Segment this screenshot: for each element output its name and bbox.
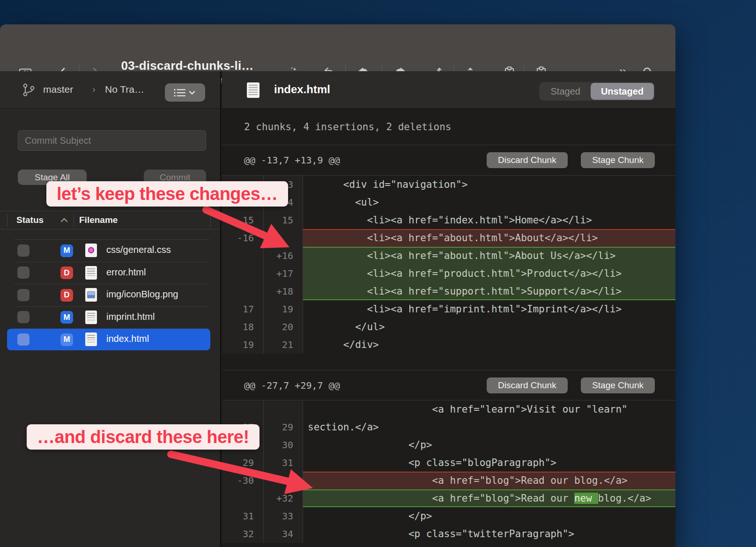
old-line-number: 32	[222, 525, 264, 543]
old-line-number: 18	[222, 318, 264, 336]
chunk-lines: <a href="learn">Visit our "learn" 27 29 …	[222, 400, 675, 543]
new-line-number: +17	[264, 265, 303, 282]
new-line-number: +32	[264, 489, 303, 507]
diff-line-code: </ul>	[303, 318, 675, 336]
file-type-icon	[85, 333, 97, 346]
file-row[interactable]: M css/general.css	[0, 239, 220, 262]
branch-bar[interactable]: master › No Tra…	[0, 71, 220, 109]
file-name: imprint.html	[106, 311, 155, 322]
diff-file-header: index.html Staged Unstaged	[222, 71, 675, 109]
file-type-icon	[85, 288, 97, 302]
diff-line-code: <li><a href="about.html">About Us</a></l…	[303, 247, 675, 265]
diff-line: 31 33 </p>	[222, 507, 675, 525]
chunk-range: @@ -13,7 +13,9 @@	[222, 155, 487, 166]
new-line-number: 33	[264, 507, 303, 525]
file-type-icon	[85, 244, 97, 257]
old-line-number	[222, 265, 264, 282]
old-line-number: -16	[222, 229, 264, 247]
diff-line-code: <ul>	[303, 193, 675, 211]
diff-summary: 2 chunks, 4 insertions, 2 deletions	[222, 109, 675, 145]
status-badge: D	[60, 289, 73, 302]
old-line-number	[222, 247, 264, 265]
old-line-number	[222, 489, 264, 507]
status-badge: M	[60, 333, 73, 346]
diff-line: +32 <a href="blog">Read our new blog.</a…	[222, 489, 675, 507]
view-options-button[interactable]	[165, 83, 205, 102]
new-line-number	[264, 400, 303, 418]
diff-line-code: </p>	[303, 436, 675, 454]
diff-line: 19 21 </div>	[222, 336, 675, 354]
new-line-number: 19	[264, 300, 303, 318]
diff-line: 17 19 <li><a href="imprint.html">Imprint…	[222, 300, 675, 318]
new-line-number: +18	[264, 282, 303, 300]
file-checkbox[interactable]	[17, 333, 30, 346]
discard-chunk-button[interactable]: Discard Chunk	[487, 152, 568, 168]
diff-line-code: </div>	[303, 336, 675, 354]
diff-line-code: <li><a href="product.html">Product</a></…	[303, 265, 675, 282]
breadcrumb-chevron-icon: ›	[92, 84, 96, 95]
stage-chunk-button[interactable]: Stage Chunk	[581, 377, 655, 393]
file-checkbox[interactable]	[17, 289, 30, 301]
new-line-number: 31	[264, 454, 303, 472]
discard-annotation: …and discard these here!	[27, 424, 259, 450]
file-row[interactable]: D img/iconBlog.png	[0, 284, 220, 306]
diff-line: 27 29 section.</a>	[222, 418, 675, 436]
desktop-background: 03-discard-chunks-li… Working Copy (mast…	[0, 0, 756, 547]
file-name: index.html	[106, 333, 149, 344]
file-checkbox[interactable]	[17, 311, 30, 323]
list-view-icon	[173, 88, 197, 98]
chunk-list: @@ -13,7 +13,9 @@ Discard Chunk Stage Ch…	[222, 145, 675, 543]
file-checkbox[interactable]	[17, 266, 30, 279]
sort-ascending-icon[interactable]	[60, 217, 68, 225]
status-badge: M	[60, 244, 73, 257]
unstaged-tab[interactable]: Unstaged	[591, 83, 654, 100]
new-line-number	[264, 472, 303, 489]
stage-chunk-button[interactable]: Stage Chunk	[581, 152, 655, 168]
diff-line: 28 30 </p>	[222, 436, 675, 454]
diff-line: -16 <li><a href="about.html">About</a></…	[222, 229, 675, 247]
diff-line: 13 13 <div id="navigation">	[222, 176, 675, 193]
old-line-number: 15	[222, 211, 264, 229]
chunk-header: @@ -13,7 +13,9 @@ Discard Chunk Stage Ch…	[222, 145, 675, 176]
old-line-number: 29	[222, 454, 264, 472]
chunk-lines: 13 13 <div id="navigation"> 14 14 <ul> 1…	[222, 176, 675, 354]
diff-line-code: <li><a href="imprint.html">Imprint</a></…	[303, 300, 675, 318]
file-row[interactable]: M index.html	[0, 328, 220, 351]
diff-line-code: <li><a href="index.html">Home</a></li>	[303, 211, 675, 229]
file-row[interactable]: D error.html	[0, 262, 220, 284]
old-line-number	[222, 400, 264, 418]
diff-line: 29 31 <p class="blogParagraph">	[222, 454, 675, 472]
staged-tab[interactable]: Staged	[540, 83, 590, 100]
chunk-range: @@ -27,7 +29,7 @@	[222, 380, 487, 391]
diff-line-code: <li><a href="support.html">Support</a></…	[303, 282, 675, 300]
diff-line: <a href="learn">Visit our "learn"	[222, 400, 675, 418]
diff-line-code: <div id="navigation">	[303, 176, 675, 193]
old-line-number: 31	[222, 507, 264, 525]
diff-line-code: <a href="blog">Read our new blog.</a>	[303, 489, 675, 507]
diff-line-code: </p>	[303, 507, 675, 525]
diff-line-code: <li><a href="about.html">About</a></li>	[303, 229, 675, 247]
old-line-number: -30	[222, 472, 264, 489]
file-row[interactable]: M imprint.html	[0, 306, 220, 329]
diff-line: -30 <a href="blog">Read our blog.</a>	[222, 472, 675, 489]
new-line-number: +16	[264, 247, 303, 265]
file-checkbox[interactable]	[17, 244, 30, 257]
tracking-branch[interactable]: No Tra…	[105, 84, 144, 95]
new-line-number: 30	[264, 436, 303, 454]
file-name: error.html	[106, 267, 146, 278]
current-branch[interactable]: master	[43, 84, 73, 95]
diff-line-code: <a href="blog">Read our blog.</a>	[303, 472, 675, 489]
diff-line: +16 <li><a href="about.html">About Us</a…	[222, 247, 675, 265]
new-line-number: 21	[264, 336, 303, 354]
discard-chunk-button[interactable]: Discard Chunk	[487, 377, 568, 393]
diff-line: 18 20 </ul>	[222, 318, 675, 336]
commit-subject-input[interactable]	[18, 130, 206, 151]
document-icon	[247, 82, 259, 98]
file-name: img/iconBlog.png	[106, 289, 178, 300]
diff-line-code: <p class="blogParagraph">	[303, 454, 675, 472]
column-status[interactable]: Status	[16, 215, 44, 225]
old-line-number: 17	[222, 300, 264, 318]
column-filename[interactable]: Filename	[79, 215, 118, 225]
new-line-number	[264, 229, 303, 247]
diff-file-name: index.html	[274, 83, 330, 96]
